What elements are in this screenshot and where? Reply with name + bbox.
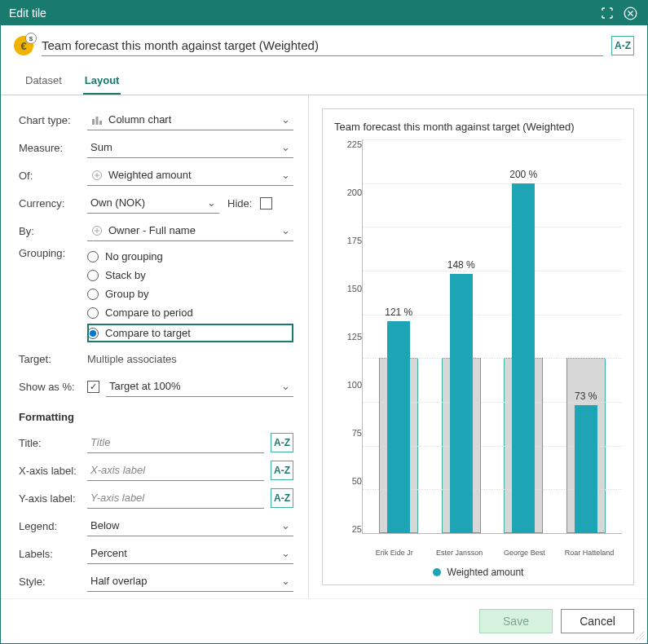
grouping-label: Grouping: bbox=[19, 247, 87, 259]
layout-form: Chart type: Column chart ⌄ Measure: Sum … bbox=[1, 95, 309, 598]
chart-plot: 121 %148 %200 %73 % bbox=[362, 139, 622, 534]
chart-card: Team forecast this month against target … bbox=[322, 108, 634, 585]
tab-bar: Dataset Layout bbox=[1, 61, 647, 95]
grouping-radio-compare-period[interactable]: Compare to period bbox=[87, 305, 293, 320]
chevron-down-icon: ⌄ bbox=[281, 380, 290, 392]
grouping-radio-group: No grouping Stack by Group by Compare to… bbox=[87, 247, 293, 342]
edit-tile-dialog: Edit tile € Team forecast this month aga… bbox=[0, 0, 648, 644]
radio-label: No grouping bbox=[105, 250, 163, 262]
tile-header: € Team forecast this month against targe… bbox=[1, 25, 647, 61]
chevron-down-icon: ⌄ bbox=[281, 224, 290, 236]
svg-rect-2 bbox=[96, 117, 99, 125]
currency-label: Currency: bbox=[19, 197, 87, 210]
translate-button[interactable]: A-Z bbox=[271, 488, 293, 508]
measure-value: Sum bbox=[90, 141, 112, 153]
svg-rect-1 bbox=[92, 119, 95, 125]
hide-checkbox[interactable] bbox=[260, 197, 272, 210]
translate-button[interactable]: A-Z bbox=[611, 36, 634, 55]
chart-preview-panel: Team forecast this month against target … bbox=[309, 95, 647, 598]
of-value: Weighted amount bbox=[108, 169, 192, 181]
legend-select[interactable]: Below ⌄ bbox=[87, 515, 293, 536]
of-label: Of: bbox=[19, 170, 87, 182]
tab-dataset[interactable]: Dataset bbox=[24, 69, 64, 95]
translate-button[interactable]: A-Z bbox=[271, 433, 293, 452]
radio-icon bbox=[87, 251, 99, 262]
save-button[interactable]: Save bbox=[479, 609, 553, 633]
bar-value-label: 73 % bbox=[561, 390, 611, 402]
show-as-pct-checkbox[interactable] bbox=[87, 381, 99, 393]
style-select[interactable]: Half overlap ⌄ bbox=[87, 571, 293, 592]
currency-euro-icon: € bbox=[14, 36, 33, 55]
translate-button[interactable]: A-Z bbox=[271, 461, 293, 480]
target-label: Target: bbox=[19, 353, 87, 365]
legend-label: Weighted amount bbox=[447, 567, 524, 578]
bar-group: 148 % bbox=[436, 139, 487, 533]
x-tick-label: Roar Hatteland bbox=[564, 549, 615, 557]
dialog-body: Chart type: Column chart ⌄ Measure: Sum … bbox=[1, 95, 647, 598]
field-icon bbox=[90, 224, 104, 237]
grouping-radio-stack[interactable]: Stack by bbox=[87, 267, 293, 283]
placeholder-text: Title bbox=[90, 436, 110, 448]
radio-label: Compare to period bbox=[105, 307, 193, 319]
chevron-down-icon: ⌄ bbox=[281, 169, 290, 181]
radio-icon bbox=[87, 328, 99, 339]
value-bar bbox=[575, 405, 597, 533]
chart-gridline bbox=[363, 139, 622, 140]
radio-label: Compare to target bbox=[105, 327, 191, 339]
style-label: Style: bbox=[19, 576, 87, 588]
legend-dot-icon bbox=[433, 568, 441, 576]
chart-bars: 121 %148 %200 %73 % bbox=[363, 139, 622, 533]
value-bar bbox=[450, 274, 473, 533]
formatting-heading: Formatting bbox=[19, 411, 293, 423]
y-tick-label: 125 bbox=[334, 332, 362, 342]
grouping-radio-none[interactable]: No grouping bbox=[87, 249, 293, 264]
placeholder-text: X-axis label bbox=[90, 464, 145, 476]
x-tick-label: George Best bbox=[499, 549, 549, 557]
x-axis-label-input[interactable]: X-axis label bbox=[87, 460, 264, 481]
column-chart-icon bbox=[90, 113, 104, 126]
chart-area: 225200175150125100755025 121 %148 %200 %… bbox=[334, 139, 622, 549]
chart-y-axis: 225200175150125100755025 bbox=[334, 139, 362, 549]
title-input[interactable]: Title bbox=[87, 432, 264, 453]
show-as-pct-label: Show as %: bbox=[19, 381, 87, 393]
bar-value-label: 121 % bbox=[373, 307, 424, 318]
placeholder-text: Y-axis label bbox=[90, 492, 144, 504]
grouping-radio-group-by[interactable]: Group by bbox=[87, 286, 293, 302]
legend-label: Legend: bbox=[19, 520, 87, 532]
chart-x-labels: Erik Eide JrEster JanssonGeorge BestRoar… bbox=[362, 549, 622, 557]
hide-label: Hide: bbox=[227, 197, 252, 210]
of-select[interactable]: Weighted amount ⌄ bbox=[87, 165, 293, 186]
style-value: Half overlap bbox=[90, 575, 147, 587]
y-tick-label: 100 bbox=[334, 380, 362, 390]
resize-grip-icon[interactable] bbox=[635, 631, 645, 641]
x-tick-label: Erik Eide Jr bbox=[369, 549, 420, 557]
dialog-titlebar: Edit tile bbox=[1, 1, 647, 25]
chart-type-select[interactable]: Column chart ⌄ bbox=[87, 109, 293, 130]
y-tick-label: 50 bbox=[334, 476, 362, 486]
title-label: Title: bbox=[19, 437, 87, 449]
chevron-down-icon: ⌄ bbox=[281, 113, 290, 126]
bar-group: 121 % bbox=[373, 139, 424, 533]
grouping-radio-compare-target[interactable]: Compare to target bbox=[87, 324, 293, 342]
maximize-icon[interactable] bbox=[598, 4, 616, 22]
close-icon[interactable] bbox=[621, 4, 639, 22]
tab-layout[interactable]: Layout bbox=[83, 69, 121, 95]
tile-name-input[interactable]: Team forecast this month against target … bbox=[42, 35, 603, 56]
labels-label: Labels: bbox=[19, 548, 87, 560]
chart-type-value: Column chart bbox=[108, 113, 171, 126]
measure-select[interactable]: Sum ⌄ bbox=[87, 137, 293, 158]
radio-icon bbox=[87, 289, 99, 300]
labels-select[interactable]: Percent ⌄ bbox=[87, 543, 293, 564]
bar-group: 73 % bbox=[561, 139, 611, 533]
by-select[interactable]: Owner - Full name ⌄ bbox=[87, 220, 293, 241]
currency-select[interactable]: Own (NOK) ⌄ bbox=[87, 192, 219, 214]
show-as-pct-select[interactable]: Target at 100% ⌄ bbox=[106, 376, 293, 397]
bar-value-label: 148 % bbox=[436, 259, 487, 271]
y-axis-label-input[interactable]: Y-axis label bbox=[87, 487, 264, 509]
legend-value: Below bbox=[90, 519, 119, 532]
dialog-footer: Save Cancel bbox=[1, 598, 647, 643]
radio-label: Stack by bbox=[105, 269, 146, 281]
y-tick-label: 200 bbox=[334, 187, 362, 197]
cancel-button[interactable]: Cancel bbox=[561, 609, 634, 633]
currency-value: Own (NOK) bbox=[90, 196, 145, 209]
